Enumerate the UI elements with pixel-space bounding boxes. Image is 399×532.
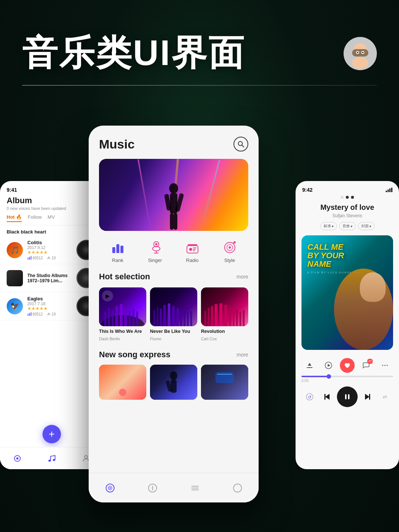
hot-item-1-name: This Is Who We Are [99, 328, 146, 334]
badge-cover[interactable]: 封面 ▾ [358, 222, 375, 230]
svg-rect-18 [120, 246, 123, 253]
dot-3 [351, 196, 354, 199]
svg-rect-56 [204, 311, 206, 326]
chat-count: 47 [367, 359, 373, 364]
new-thumb-2[interactable] [150, 365, 197, 400]
repeat-btn[interactable]: ⇄ [377, 389, 393, 405]
category-nav: Rank Singer [99, 240, 248, 263]
svg-rect-44 [136, 311, 138, 326]
svg-rect-65 [239, 311, 241, 326]
hero-banner[interactable] [99, 159, 248, 231]
more-btn[interactable] [378, 358, 392, 373]
new-thumb-1[interactable] [99, 365, 146, 400]
nav-singer-label: Singer [148, 258, 162, 263]
progress-times: 0:05 [301, 379, 393, 383]
next-btn[interactable] [358, 388, 376, 406]
album-item-eagles[interactable]: 🦅 Eagles 2017.7.18 ★★★★★ 60512 10 [0, 292, 103, 320]
pause-btn[interactable] [337, 386, 358, 407]
tab-follow[interactable]: Follow [28, 214, 42, 222]
hot-item-2[interactable]: Never Be Like You Flume [150, 287, 197, 341]
download-btn[interactable] [302, 358, 317, 373]
left-nav-note[interactable] [47, 454, 56, 463]
svg-rect-14 [170, 213, 174, 230]
svg-rect-16 [112, 247, 115, 253]
svg-rect-52 [180, 310, 182, 326]
badge-audio[interactable]: 音效 ▾ [339, 222, 356, 230]
shuffle-btn[interactable]: ↺ [301, 389, 318, 405]
svg-text:↺: ↺ [308, 395, 311, 400]
new-more-btn[interactable]: more [236, 352, 248, 358]
new-section-title: New song express [99, 350, 170, 359]
heart-btn[interactable] [340, 358, 355, 373]
svg-point-34 [233, 241, 236, 243]
svg-marker-95 [48, 313, 50, 314]
svg-rect-87 [29, 257, 30, 260]
colitis-plays: 60512 [27, 256, 43, 260]
nav-disc-btn[interactable] [101, 479, 119, 497]
progress-thumb [327, 374, 331, 379]
album-item-colitis[interactable]: 🎵 Colitis 2017.9.12 ★★★★★ 60512 10 [0, 236, 103, 264]
svg-rect-59 [215, 304, 218, 326]
hot-item-3-artist: Carl Cox [201, 337, 248, 341]
chat-btn[interactable]: 47 [359, 358, 374, 373]
album-item-studio[interactable]: The Studio Albums 1972–1979 Lim... [0, 264, 103, 292]
studio-info: The Studio Albums 1972–1979 Lim... [27, 273, 72, 283]
hot-thumb-1: ▶ [99, 287, 146, 326]
progress-area: 0:05 [296, 376, 399, 383]
svg-point-10 [169, 183, 178, 194]
svg-rect-24 [187, 246, 198, 253]
nav-rank[interactable]: Rank [109, 240, 127, 263]
hot-thumb-2 [150, 287, 197, 326]
progress-bar[interactable] [301, 376, 393, 377]
svg-rect-40 [120, 304, 123, 326]
avatar[interactable] [344, 37, 377, 70]
video-btn[interactable] [321, 358, 336, 373]
svg-marker-75 [152, 488, 153, 491]
prev-btn[interactable] [318, 388, 337, 406]
nav-style[interactable]: Style [221, 240, 239, 263]
svg-text:⇄: ⇄ [383, 394, 387, 400]
svg-rect-15 [174, 213, 177, 230]
nav-list-btn[interactable] [186, 479, 204, 497]
svg-point-72 [109, 487, 111, 489]
svg-rect-57 [208, 308, 209, 326]
search-button[interactable] [233, 137, 248, 151]
hot-thumb-3 [201, 287, 248, 326]
nav-singer[interactable]: Singer [146, 240, 164, 263]
svg-rect-105 [307, 367, 313, 368]
add-button[interactable]: + [42, 425, 61, 443]
album-cover-right: CALL MEBY YOURNAME A FILM BY LUCA GUADAG… [301, 235, 393, 350]
svg-point-98 [48, 460, 51, 462]
new-thumb-3[interactable] [201, 365, 248, 400]
hot-item-2-name: Never Be Like You [150, 328, 197, 334]
hot-item-1[interactable]: ▶ This Is Who We Are Dash Berlin [99, 287, 146, 341]
hot-section-header: Hot selection more [99, 272, 248, 282]
svg-point-111 [387, 365, 388, 366]
svg-rect-37 [108, 308, 110, 326]
eagles-name: Eagles [27, 296, 72, 301]
hot-item-3[interactable]: Revolution Carl Cox [201, 287, 248, 341]
svg-rect-50 [172, 306, 175, 326]
svg-rect-92 [29, 313, 30, 316]
svg-rect-29 [188, 244, 197, 246]
left-nav-1[interactable] [13, 454, 22, 463]
header: 音乐类UI界面 [22, 30, 377, 78]
page-title: 音乐类UI界面 [22, 30, 245, 78]
svg-rect-17 [116, 244, 119, 253]
colitis-dl: 10 [47, 256, 56, 260]
hot-more-btn[interactable]: more [236, 274, 248, 280]
nav-circle-btn[interactable] [228, 479, 247, 497]
eagles-dl: 10 [47, 312, 56, 316]
hot-section-title: Hot selection [99, 272, 150, 282]
tab-mv[interactable]: MV [48, 214, 55, 222]
svg-marker-90 [48, 256, 50, 258]
tab-hot[interactable]: Hot 🔥 [7, 214, 22, 222]
nav-radio[interactable]: Radio [184, 240, 201, 263]
svg-point-99 [53, 459, 55, 461]
add-button-icon[interactable]: + [42, 425, 61, 443]
svg-rect-94 [47, 314, 51, 315]
svg-rect-78 [191, 490, 199, 490]
badge-standard[interactable]: 标准 ▾ [320, 222, 337, 230]
svg-rect-3 [352, 49, 368, 57]
nav-compass-btn[interactable] [143, 479, 162, 497]
